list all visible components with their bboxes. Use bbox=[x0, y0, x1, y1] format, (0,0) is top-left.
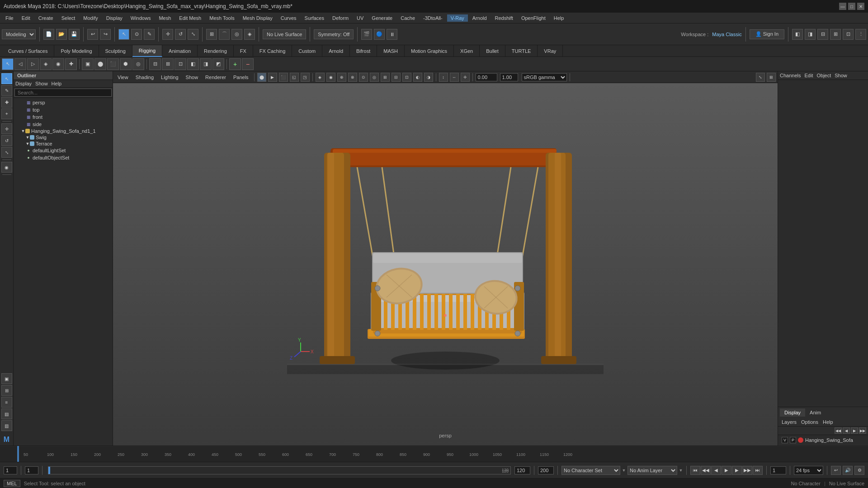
channels-edit[interactable]: Edit bbox=[804, 73, 813, 78]
anim-tab[interactable]: Anim bbox=[805, 408, 826, 417]
articulation-btn[interactable]: ✚ bbox=[1, 97, 12, 108]
vp-icon-btn-10[interactable]: ⊙ bbox=[359, 73, 368, 82]
tool-sphere[interactable]: ⬤ bbox=[94, 58, 106, 70]
menu-mesh-tools[interactable]: Mesh Tools bbox=[206, 14, 238, 22]
tab-poly-modeling[interactable]: Poly Modeling bbox=[54, 45, 99, 57]
goto-start-btn[interactable]: ⏮ bbox=[690, 466, 700, 475]
menu-edit[interactable]: Edit bbox=[18, 14, 34, 22]
snap-curve-btn[interactable]: ⌒ bbox=[219, 29, 230, 40]
expand-hss[interactable]: ▼ bbox=[21, 129, 25, 133]
vp-icon-btn-16[interactable]: ◑ bbox=[424, 73, 433, 82]
vp-icon-btn-4[interactable]: ◱ bbox=[290, 73, 299, 82]
tool-snap6[interactable]: ◩ bbox=[212, 58, 224, 70]
goto-end-btn[interactable]: ⏭ bbox=[753, 466, 763, 475]
open-file-btn[interactable]: 📂 bbox=[56, 29, 67, 40]
tool-cylinder[interactable]: ⬢ bbox=[120, 58, 132, 70]
menu-file[interactable]: File bbox=[2, 14, 17, 22]
tool-plus[interactable]: + bbox=[229, 58, 241, 70]
tab-rendering[interactable]: Rendering bbox=[198, 45, 234, 57]
left-extra-2[interactable]: ⊞ bbox=[1, 385, 12, 396]
mel-indicator[interactable]: MEL bbox=[4, 480, 20, 487]
vp-icon-btn-11[interactable]: ◎ bbox=[370, 73, 379, 82]
left-extra-1[interactable]: ▣ bbox=[1, 373, 12, 384]
tool-nurbs[interactable]: ◎ bbox=[132, 58, 144, 70]
lasso-select-btn[interactable]: ⊙ bbox=[131, 29, 142, 40]
vp-icon-btn-15[interactable]: ◐ bbox=[413, 73, 422, 82]
window-controls[interactable]: — □ ✕ bbox=[839, 3, 864, 10]
snap-grid-btn[interactable]: ⊞ bbox=[206, 29, 217, 40]
toolbar-right-3[interactable]: ⊟ bbox=[817, 29, 828, 40]
tab-turtle[interactable]: TURTLE bbox=[505, 45, 538, 57]
toolbar-right-1[interactable]: ◧ bbox=[792, 29, 803, 40]
save-file-btn[interactable]: 💾 bbox=[69, 29, 80, 40]
channels-show[interactable]: Show bbox=[835, 73, 847, 78]
tree-item-terrace[interactable]: ▼ Terrace bbox=[14, 141, 112, 147]
vp-icon-btn-14[interactable]: ⊡ bbox=[402, 73, 411, 82]
next-frame-btn[interactable]: ▶ bbox=[732, 466, 742, 475]
tool-paint[interactable]: ◈ bbox=[40, 58, 52, 70]
menu-select[interactable]: Select bbox=[58, 14, 79, 22]
tab-mash[interactable]: MASH bbox=[377, 45, 405, 57]
paint-ops-btn[interactable]: ✎ bbox=[1, 85, 12, 96]
layers-menu-item[interactable]: Layers bbox=[782, 419, 797, 425]
tab-animation[interactable]: Animation bbox=[162, 45, 198, 57]
modeling-dropdown[interactable]: Modeling bbox=[2, 29, 36, 39]
menu-arnold[interactable]: Arnold bbox=[469, 14, 491, 22]
rotate-tool-btn[interactable]: ↺ bbox=[175, 29, 186, 40]
tree-item-defaultlightset[interactable]: ● defaultLightSet bbox=[14, 147, 112, 154]
settings-btn[interactable]: ⚙ bbox=[854, 466, 864, 475]
menu-edit-mesh[interactable]: Edit Mesh bbox=[175, 14, 205, 22]
scale-left-btn[interactable]: ⤡ bbox=[1, 147, 12, 158]
new-file-btn[interactable]: 📄 bbox=[43, 29, 54, 40]
layer-nav-2[interactable]: ◀ bbox=[843, 427, 850, 434]
menu-modify[interactable]: Modify bbox=[80, 14, 101, 22]
tab-fx-caching[interactable]: FX Caching bbox=[253, 45, 292, 57]
menu-windows[interactable]: Windows bbox=[127, 14, 155, 22]
undo-btn[interactable]: ↩ bbox=[87, 29, 98, 40]
display-tab[interactable]: Display bbox=[780, 408, 805, 417]
toolbar-right-4[interactable]: ⊞ bbox=[830, 29, 841, 40]
menu-uv[interactable]: UV bbox=[353, 14, 367, 22]
left-extra-5[interactable]: ▥ bbox=[1, 420, 12, 431]
tool-snap4[interactable]: ◧ bbox=[187, 58, 199, 70]
vp-icon-btn-3[interactable]: ⬛ bbox=[279, 73, 288, 82]
close-button[interactable]: ✕ bbox=[857, 3, 864, 10]
layer-nav-1[interactable]: ◀◀ bbox=[835, 427, 842, 434]
current-frame-input[interactable] bbox=[770, 466, 786, 474]
signin-button[interactable]: 👤 Sign In bbox=[750, 29, 784, 39]
anim-end-input[interactable] bbox=[514, 466, 530, 474]
tool-hierarchical-select[interactable]: ◁ bbox=[14, 58, 26, 70]
tab-custom[interactable]: Custom bbox=[292, 45, 322, 57]
snap-point-btn[interactable]: ◎ bbox=[231, 29, 242, 40]
layer-nav-4[interactable]: ▶▶ bbox=[859, 427, 866, 434]
tree-item-swig[interactable]: ▼ Swig bbox=[14, 134, 112, 141]
vp-icon-btn-7[interactable]: ◉ bbox=[326, 73, 335, 82]
vp-icon-btn-13[interactable]: ⊟ bbox=[392, 73, 401, 82]
tool-quad[interactable]: ▣ bbox=[82, 58, 94, 70]
tool-cube[interactable]: ⬛ bbox=[107, 58, 119, 70]
tree-item-side[interactable]: ▦ side bbox=[14, 121, 112, 128]
toolbar-right-5[interactable]: ⊡ bbox=[843, 29, 854, 40]
loop-btn[interactable]: ↩ bbox=[831, 466, 841, 475]
viewport-canvas[interactable]: X Y Z persp bbox=[113, 83, 778, 446]
frame-start-input[interactable] bbox=[4, 466, 17, 474]
menu-generate[interactable]: Generate bbox=[368, 14, 396, 22]
frame-end-label[interactable] bbox=[498, 469, 509, 474]
tool-select[interactable]: ↖ bbox=[2, 58, 14, 70]
vp-show-menu[interactable]: Show bbox=[183, 75, 201, 80]
vp-top-right-1[interactable]: ⤡ bbox=[756, 73, 765, 82]
tool-soft-select[interactable]: ◉ bbox=[52, 58, 64, 70]
menu-mesh[interactable]: Mesh bbox=[155, 14, 175, 22]
tab-bifrost[interactable]: Bifrost bbox=[350, 45, 377, 57]
tab-vray[interactable]: VRay bbox=[538, 45, 563, 57]
redo-btn[interactable]: ↪ bbox=[100, 29, 111, 40]
vp-value2-input[interactable] bbox=[500, 73, 518, 81]
no-character-select[interactable]: No Character Set bbox=[561, 466, 620, 475]
tree-item-persp[interactable]: ▦ persp bbox=[14, 99, 112, 106]
step-back-btn[interactable]: ◀◀ bbox=[701, 466, 711, 475]
audio-btn[interactable]: 🔊 bbox=[843, 466, 853, 475]
tree-item-front[interactable]: ▦ front bbox=[14, 113, 112, 121]
tool-snap1[interactable]: ⊟ bbox=[149, 58, 161, 70]
outliner-display-menu[interactable]: Display bbox=[15, 81, 32, 86]
menu-cache[interactable]: Cache bbox=[397, 14, 419, 22]
